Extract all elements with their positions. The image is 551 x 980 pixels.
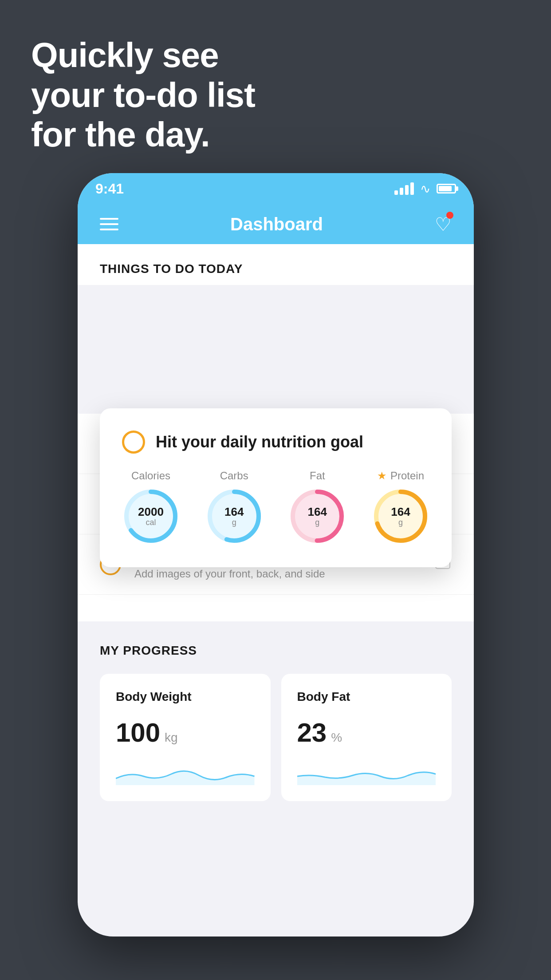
protein-value: 164 g xyxy=(391,506,410,527)
battery-icon xyxy=(437,184,456,194)
status-bar: 9:41 ∿ xyxy=(78,173,474,204)
body-fat-value: 23 % xyxy=(297,717,436,748)
nutrition-card-title: Hit your daily nutrition goal xyxy=(156,433,363,451)
carbs-ring: 164 g xyxy=(205,487,263,545)
hamburger-menu[interactable] xyxy=(100,218,118,230)
progress-section: MY PROGRESS Body Weight 100 kg Body Fa xyxy=(78,621,474,801)
fat-ring: 164 g xyxy=(288,487,346,545)
notification-dot xyxy=(446,212,453,219)
notification-bell[interactable]: ♡ xyxy=(435,213,452,235)
carbs-value: 164 g xyxy=(224,506,244,527)
fat-label: Fat xyxy=(310,470,325,482)
status-icons: ∿ xyxy=(394,182,456,196)
signal-icon xyxy=(394,182,414,195)
carbs-label: Carbs xyxy=(220,470,248,482)
nutrition-card: Hit your daily nutrition goal Calories 2… xyxy=(100,408,452,567)
calories-ring: 2000 cal xyxy=(122,487,180,545)
nav-bar: Dashboard ♡ xyxy=(78,204,474,244)
nutrition-calories: Calories 2000 cal xyxy=(122,470,180,545)
progress-title: MY PROGRESS xyxy=(100,644,452,658)
body-fat-number: 23 xyxy=(297,717,327,748)
body-weight-value: 100 kg xyxy=(116,717,255,748)
status-time: 9:41 xyxy=(95,181,124,197)
calories-label: Calories xyxy=(131,470,170,482)
body-weight-title: Body Weight xyxy=(116,690,255,704)
nutrition-checkbox[interactable] xyxy=(122,431,145,454)
protein-label: ★ Protein xyxy=(377,470,424,482)
body-fat-card: Body Fat 23 % xyxy=(281,674,452,801)
calories-value: 2000 cal xyxy=(138,506,164,527)
body-weight-chart xyxy=(116,759,255,785)
fat-value: 164 g xyxy=(308,506,327,527)
body-fat-chart xyxy=(297,759,436,785)
things-to-do-title: THINGS TO DO TODAY xyxy=(100,262,243,276)
hero-text: Quickly see your to-do list for the day. xyxy=(31,36,255,155)
progress-cards: Body Weight 100 kg Body Fat 23 % xyxy=(100,674,452,801)
body-weight-unit: kg xyxy=(165,731,178,745)
nutrition-row: Calories 2000 cal Carbs xyxy=(122,470,429,545)
card-header: Hit your daily nutrition goal xyxy=(122,431,429,454)
things-to-do-header: THINGS TO DO TODAY xyxy=(78,244,474,285)
nutrition-protein: ★ Protein 164 g xyxy=(372,470,429,545)
body-weight-card: Body Weight 100 kg xyxy=(100,674,271,801)
body-weight-number: 100 xyxy=(116,717,160,748)
body-fat-title: Body Fat xyxy=(297,690,436,704)
nav-title: Dashboard xyxy=(230,214,323,234)
body-fat-unit: % xyxy=(331,731,342,745)
spacer xyxy=(78,595,474,621)
progress-photos-subtitle: Add images of your front, back, and side xyxy=(134,568,421,580)
star-icon: ★ xyxy=(377,470,387,482)
protein-ring: 164 g xyxy=(372,487,429,545)
nutrition-carbs: Carbs 164 g xyxy=(205,470,263,545)
phone-mockup: 9:41 ∿ Dashboard ♡ THINGS TO DO TODAY xyxy=(78,173,474,937)
wifi-icon: ∿ xyxy=(420,182,430,196)
nutrition-fat: Fat 164 g xyxy=(288,470,346,545)
